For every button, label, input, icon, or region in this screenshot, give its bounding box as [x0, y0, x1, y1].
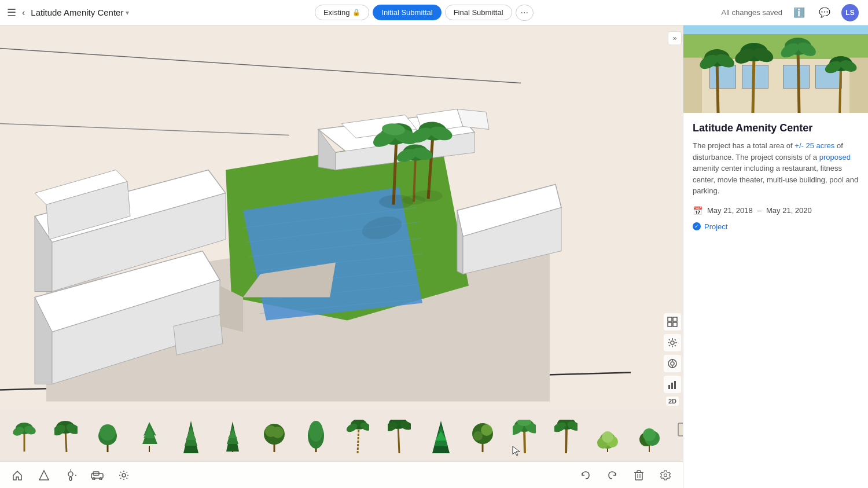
asset-tree-conifer2[interactable]	[213, 414, 252, 458]
left-tools	[9, 467, 132, 483]
svg-point-114	[473, 431, 483, 441]
lock-icon: 🔒	[352, 9, 361, 16]
asset-palm-tall[interactable]	[338, 414, 377, 458]
info-icon[interactable]: ℹ️	[790, 4, 808, 21]
tab-initial-submittal[interactable]: Initial Submittal	[373, 5, 441, 20]
tag-check-icon	[693, 222, 701, 230]
svg-marker-88	[186, 428, 196, 440]
asset-tree-bush2[interactable]	[630, 414, 669, 458]
light-tool-button[interactable]	[116, 467, 132, 483]
home-tool-button[interactable]	[9, 467, 25, 483]
svg-rect-135	[678, 423, 683, 436]
panel-title: Latitude Amenity Center	[693, 122, 859, 134]
svg-point-65	[671, 362, 674, 365]
svg-point-133	[643, 428, 656, 441]
tab-existing[interactable]: Existing 🔒	[315, 5, 370, 20]
asset-tree-round3[interactable]	[463, 414, 502, 458]
delete-button[interactable]	[631, 467, 647, 483]
more-options-button[interactable]: ···	[516, 5, 534, 21]
svg-line-160	[127, 478, 128, 479]
asset-palm-large2[interactable]	[546, 414, 586, 458]
svg-marker-111	[435, 431, 447, 441]
svg-rect-52	[673, 317, 677, 321]
asset-tree-conifer3[interactable]	[421, 414, 461, 458]
header-right: All changes saved ℹ️ 💬 LS	[712, 4, 868, 21]
calendar-icon: 📅	[693, 206, 703, 215]
comment-icon[interactable]: 💬	[816, 4, 833, 21]
asset-sign-board[interactable]: Latitude	[671, 414, 683, 458]
header-tabs: Existing 🔒 Initial Submittal Final Submi…	[136, 5, 712, 21]
svg-line-161	[127, 472, 128, 473]
menu-icon[interactable]: ☰	[7, 6, 16, 19]
svg-rect-53	[668, 322, 672, 326]
svg-line-60	[669, 339, 670, 340]
chart-button[interactable]	[664, 376, 681, 393]
right-tools	[578, 467, 674, 483]
svg-line-121	[566, 425, 567, 453]
svg-point-81	[100, 424, 116, 441]
asset-palm-small[interactable]	[5, 414, 44, 458]
shape-tool-button[interactable]	[36, 467, 52, 483]
svg-point-152	[93, 478, 95, 480]
asset-strip: Latitude	[0, 410, 683, 461]
svg-line-177	[798, 49, 799, 113]
svg-line-62	[675, 339, 676, 340]
tab-final-submittal[interactable]: Final Submittal	[445, 5, 512, 20]
effects-button[interactable]	[664, 334, 681, 351]
asset-tree-conifer[interactable]	[171, 414, 211, 458]
svg-point-55	[671, 341, 674, 344]
svg-line-100	[358, 427, 359, 453]
asset-tree-tall[interactable]	[130, 414, 169, 458]
panel-description: The project has a total area of +/- 25 a…	[693, 140, 859, 197]
target-button[interactable]	[664, 355, 681, 372]
svg-point-147	[68, 472, 73, 476]
svg-rect-70	[674, 381, 676, 389]
project-title[interactable]: Latitude Amenity Center ▾	[31, 8, 129, 17]
svg-line-61	[675, 345, 676, 346]
asset-palm-large[interactable]	[505, 414, 544, 458]
2d-toggle-button[interactable]: 2D	[666, 397, 679, 406]
svg-point-168	[664, 474, 667, 476]
title-chevron-icon: ▾	[126, 9, 129, 17]
svg-line-162	[120, 478, 122, 479]
svg-line-169	[717, 61, 718, 113]
svg-rect-69	[671, 383, 673, 389]
settings-button[interactable]	[657, 467, 674, 483]
header: ☰ ‹ Latitude Amenity Center ▾ Existing 🔒…	[0, 0, 868, 25]
bottom-toolbar	[0, 461, 683, 488]
svg-point-115	[481, 424, 492, 436]
svg-line-63	[669, 345, 670, 346]
svg-rect-163	[635, 472, 642, 480]
asset-palm-medium[interactable]	[46, 414, 86, 458]
panel-body: Latitude Amenity Center The project has …	[683, 113, 868, 240]
panel-date-range: 📅 May 21, 2018 – May 21, 2020	[693, 206, 859, 215]
asset-tree-tall2[interactable]	[296, 414, 336, 458]
undo-button[interactable]	[578, 467, 594, 483]
3d-scene	[0, 25, 631, 436]
asset-palm-tall2[interactable]	[380, 414, 419, 458]
vehicle-tool-button[interactable]	[89, 467, 105, 483]
back-icon[interactable]: ‹	[22, 8, 25, 18]
svg-point-129	[602, 431, 613, 443]
svg-rect-51	[668, 317, 672, 321]
svg-rect-68	[668, 385, 670, 389]
asset-tree-round2[interactable]	[255, 414, 294, 458]
grid-toggle-button[interactable]	[664, 313, 681, 331]
svg-marker-92	[228, 430, 237, 438]
panel-toggle-button[interactable]: »	[668, 31, 682, 45]
right-toolbar: 2D	[662, 51, 683, 410]
svg-point-153	[100, 478, 102, 480]
svg-point-96	[272, 427, 284, 438]
place-tool-button[interactable]	[62, 467, 79, 483]
panel-tag[interactable]: Project	[693, 222, 859, 231]
right-panel: Latitude Amenity Center The project has …	[683, 0, 868, 488]
svg-point-99	[309, 421, 323, 442]
svg-line-173	[753, 55, 754, 113]
svg-rect-165	[637, 471, 641, 472]
avatar[interactable]: LS	[841, 4, 859, 21]
asset-tree-bush[interactable]	[588, 414, 627, 458]
svg-line-104	[398, 425, 399, 453]
redo-button[interactable]	[604, 467, 620, 483]
svg-line-159	[120, 472, 122, 473]
asset-tree-round[interactable]	[88, 414, 127, 458]
